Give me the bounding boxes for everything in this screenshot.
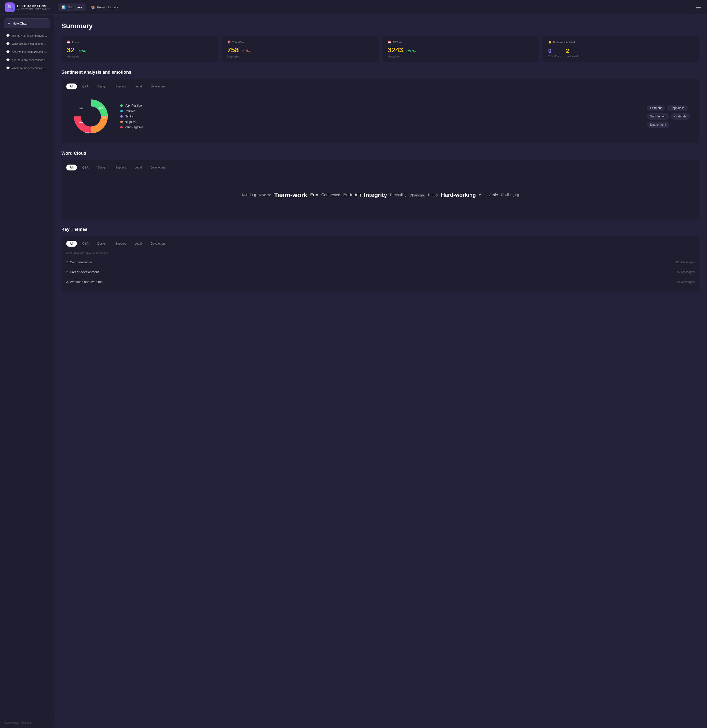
chat-list: 💬 Tell me 4-5 most important issue... 💬 … <box>4 32 50 715</box>
sentiment-content: 13% 12% 25% 25% 25% Very Positive <box>66 94 695 139</box>
sentiment-legend: Very Positive Positive Neutral Nega <box>120 104 143 129</box>
emotion-tag-happiness: Happiness <box>667 105 688 111</box>
legend-label-n: Neutral <box>125 115 134 118</box>
legend-dot-n <box>120 115 123 118</box>
hamburger-line-3 <box>696 9 701 9</box>
stat-label-today: 📅 Today <box>67 40 213 44</box>
sentiment-section: Sentiment analysis and emotions All Q&A … <box>61 70 700 143</box>
chat-item[interactable]: 💬 Analyze the feedback and identif... <box>4 48 50 55</box>
filter-all-sentiment[interactable]: All <box>66 84 77 90</box>
filter-all-wc[interactable]: All <box>66 165 77 170</box>
new-chat-button[interactable]: ＋ New Chat <box>4 19 50 28</box>
word-fun: Fun <box>310 192 318 198</box>
wordcloud-title: Word Cloud <box>61 151 700 156</box>
themes-card: All Q&A Design Support Legal Developers … <box>61 236 700 292</box>
filter-qa-wc[interactable]: Q&A <box>79 165 92 170</box>
chat-item-icon: 💬 <box>6 58 10 62</box>
filter-all-themes[interactable]: All <box>66 241 77 247</box>
logo-text: FEEDBACKLENS AI-POWERED FEEDBACKS <box>17 4 50 10</box>
word-achievable: Achievable <box>479 192 498 198</box>
emotion-tags: Exitment Happiness Satisfaction Gratitud… <box>647 105 690 128</box>
theme-item: 2. Career development 97 Messages <box>66 267 695 277</box>
wordcloud-card: All Q&A Design Support Legal Developers … <box>61 160 700 220</box>
tab-summary[interactable]: 📊 Summary <box>58 3 86 11</box>
emotion-tag-detachment: Detachment <box>647 121 670 128</box>
word-nurturing: Nurturing <box>242 192 256 198</box>
filter-legal-wc[interactable]: Legal <box>131 165 145 170</box>
filter-qa-sentiment[interactable]: Q&A <box>79 84 92 90</box>
filter-developers-sentiment[interactable]: Developers <box>147 84 169 90</box>
legend-label-vn: Very Negative <box>125 126 143 129</box>
summary-tab-icon: 📊 <box>62 6 66 9</box>
stat-value-all-time: 3243 <box>388 46 403 54</box>
theme-count-1: 123 Messages <box>675 261 695 264</box>
stat-label-this-week: 📅 This Week <box>227 40 374 44</box>
summary-tab-label: Summary <box>68 6 82 9</box>
themes-subtitle: Most important topics in messages <box>66 251 695 254</box>
wordcloud-filters: All Q&A Design Support Legal Developers <box>66 165 695 170</box>
theme-count-2: 97 Messages <box>677 270 695 274</box>
filter-design-sentiment[interactable]: Design <box>94 84 110 90</box>
word-happy: Happy <box>428 192 438 198</box>
stat-card-today: 📅 Today 32 ↑3.2% Messages <box>61 36 218 62</box>
chat-item[interactable]: 💬 Tell me 4-5 most important issue... <box>4 32 50 39</box>
filter-developers-wc[interactable]: Developers <box>147 165 169 170</box>
theme-item: 1. Communication 123 Messages <box>66 257 695 267</box>
new-chat-label: New Chat <box>13 22 26 25</box>
app-name: FEEDBACKLENS <box>17 4 50 8</box>
filter-design-themes[interactable]: Design <box>94 241 110 247</box>
filter-qa-themes[interactable]: Q&A <box>79 241 92 247</box>
prompt-library-tab-icon: 📚 <box>91 6 95 9</box>
chat-item-text: What are the most common pos... <box>12 42 48 45</box>
tab-prompt-library[interactable]: 📚 Prompt Library <box>87 3 122 11</box>
hamburger-menu[interactable] <box>695 4 702 10</box>
chat-item[interactable]: 💬 What are the most common pos... <box>4 40 50 48</box>
filter-developers-themes[interactable]: Developers <box>147 241 169 247</box>
main-layout: ＋ New Chat 💬 Tell me 4-5 most important … <box>0 15 707 728</box>
chat-item-text: Tell me 4-5 most important issue... <box>12 34 48 37</box>
emotion-tag-satisfaction: Satisfaction <box>647 113 669 120</box>
version-label: Version 1.0 <box>21 722 33 724</box>
filter-support-wc[interactable]: Support <box>112 165 129 170</box>
chat-item-text: Analyze the feedback and identif... <box>12 51 48 53</box>
donut-label-12: 12% <box>102 116 106 119</box>
word-teamwork: Team-work <box>274 191 307 199</box>
filter-legal-sentiment[interactable]: Legal <box>131 84 145 90</box>
donut-label-25c: 25% <box>85 131 89 134</box>
legend-dot-neg <box>120 121 123 123</box>
legend-neutral: Neutral <box>120 115 143 118</box>
wordcloud-section: Word Cloud All Q&A Design Support Legal … <box>61 151 700 220</box>
main-content: Summary 📅 Today 32 ↑3.2% Messages 📅 Thi <box>54 15 707 728</box>
stat-sub-today: Messages <box>67 55 213 58</box>
legend-dot-vn <box>120 126 123 129</box>
theme-name-3: 3. Workload and overtime <box>66 280 102 284</box>
legend-label-vp: Very Positive <box>125 104 141 107</box>
filter-legal-themes[interactable]: Legal <box>131 241 145 247</box>
legend-positive: Positive <box>120 109 143 113</box>
word-connected: Connected <box>321 192 340 198</box>
word-cloud: Nurturing Kindness Team-work Fun Connect… <box>66 175 695 215</box>
legend-very-negative: Very Negative <box>120 126 143 129</box>
word-enduring: Enduring <box>343 192 361 198</box>
filter-design-wc[interactable]: Design <box>94 165 110 170</box>
donut-svg: 13% 12% 25% 25% 25% <box>71 97 111 136</box>
chat-item[interactable]: 💬 Are there any suggestions from ... <box>4 56 50 64</box>
filter-support-themes[interactable]: Support <box>112 241 129 247</box>
themes-title: Key Themes <box>61 227 700 232</box>
word-integrity: Integrity <box>364 191 387 199</box>
stat-change-all-time: ↑23.6% <box>406 50 416 53</box>
privacy-policy-link[interactable]: Privacy Policy <box>4 722 19 724</box>
calendar-icon: 📅 <box>388 40 391 44</box>
chat-item-text: Are there any suggestions from ... <box>12 58 48 61</box>
stat-change-today: ↑3.2% <box>77 50 85 53</box>
chat-item[interactable]: 💬 What are the perceptions of em... <box>4 64 50 72</box>
stat-value-this-week: 758 <box>227 46 239 54</box>
legend-very-positive: Very Positive <box>120 104 143 107</box>
word-hard-working: Hard-working <box>441 191 476 199</box>
word-kindness: Kindness <box>259 193 271 197</box>
pattern-last-week: 2 Last Week <box>566 48 579 58</box>
filter-support-sentiment[interactable]: Support <box>112 84 129 90</box>
patterns-icon: 🔔 <box>548 40 552 44</box>
stat-card-this-week: 📅 This Week 758 ↓1.8% Messages <box>222 36 379 62</box>
nav-tabs: 📊 Summary 📚 Prompt Library <box>58 3 695 11</box>
